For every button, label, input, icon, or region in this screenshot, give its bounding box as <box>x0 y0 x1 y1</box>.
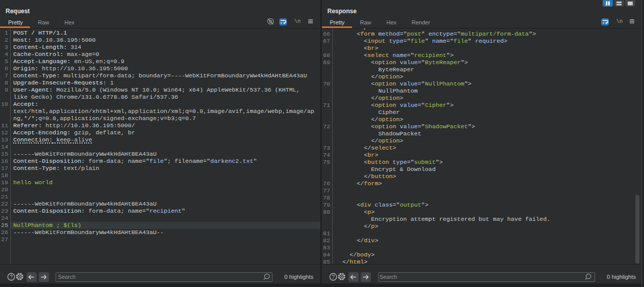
svg-text:?: ? <box>332 274 335 280</box>
svg-text:?: ? <box>10 274 13 280</box>
